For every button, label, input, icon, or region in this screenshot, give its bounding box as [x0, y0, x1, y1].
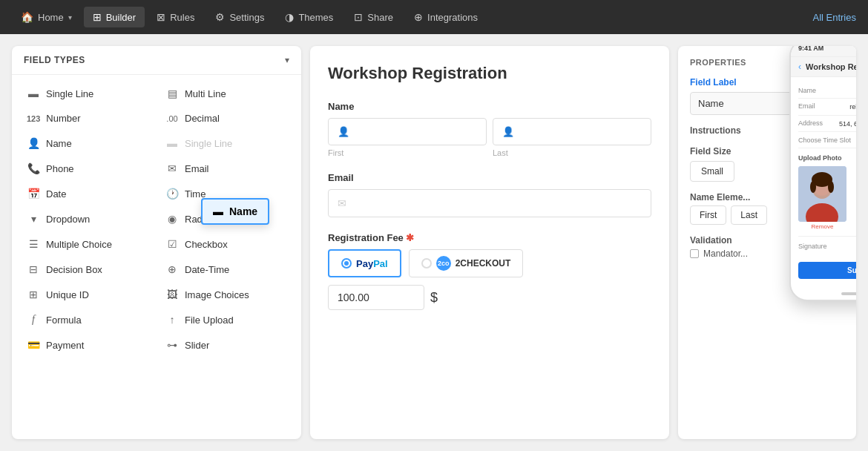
field-item-phone[interactable]: 📞 Phone: [18, 156, 157, 181]
date-time-icon: ⊕: [165, 263, 179, 275]
field-types-panel: FIELD TYPES ▾ ▬ Single Line ▤ Multi Line…: [12, 46, 301, 439]
field-item-unique-id[interactable]: ⊞ Unique ID: [18, 282, 157, 307]
phone-time-slot-row: Choose Time Slot 10 AM - 1 PM ›: [798, 132, 856, 148]
phone-name-label: Name: [798, 87, 831, 94]
phone-address-row: Address 514, 6th Street, Orlando 📍: [798, 116, 856, 132]
field-item-single-line[interactable]: ▬ Single Line: [18, 81, 157, 106]
phone-icon: 📞: [27, 162, 40, 174]
decision-box-icon: ⊟: [27, 263, 40, 275]
field-item-decision-box[interactable]: ⊟ Decision Box: [18, 257, 157, 282]
phone-body: Name Rebecca Pearson Email rebecca@zyker…: [791, 77, 856, 288]
field-item-name-right[interactable]: ▬ Single Line: [157, 131, 295, 156]
checkout-logo-icon: 2co: [436, 256, 451, 271]
email-icon: ✉: [165, 162, 179, 174]
nav-share[interactable]: ⊡ Share: [345, 7, 402, 27]
multi-line-icon: ▤: [165, 88, 179, 99]
currency-symbol: $: [430, 290, 438, 306]
field-item-dropdown[interactable]: ▾ Dropdown: [18, 206, 157, 231]
field-item-slider[interactable]: ⊶ Slider: [157, 332, 295, 358]
field-item-name[interactable]: 👤 Name: [18, 131, 157, 156]
image-choices-icon: 🖼: [165, 289, 179, 300]
name-fields: 👤 First 👤 Last: [328, 118, 651, 157]
phone-signature-label: Signature: [798, 243, 827, 250]
field-types-title: FIELD TYPES: [24, 55, 85, 65]
field-item-formula[interactable]: f Formula: [18, 307, 157, 332]
top-navigation: 🏠 Home ▾ ⊞ Builder ⊠ Rules ⚙ Settings ◑ …: [0, 0, 868, 34]
phone-address-value: 514, 6th Street, Orlando 📍: [839, 119, 856, 128]
paypal-option[interactable]: PayPal: [328, 249, 401, 277]
email-label: Email: [328, 172, 651, 183]
themes-icon: ◑: [285, 11, 294, 23]
slider-icon: ⊶: [165, 339, 179, 351]
checkout-label: 2CHECKOUT: [456, 258, 511, 269]
phone-time: 9:41 AM: [798, 46, 823, 52]
checkbox-icon: ☑: [165, 238, 179, 250]
phone-email-value: rebecca@zyker.com f: [849, 102, 856, 111]
last-element-button[interactable]: Last: [731, 205, 767, 225]
payment-icon: 💳: [27, 339, 40, 351]
photo-placeholder: [798, 166, 846, 222]
integrations-icon: ⊕: [414, 11, 423, 23]
last-name-field[interactable]: 👤: [493, 118, 651, 145]
person-icon-first: 👤: [338, 126, 349, 137]
first-element-button[interactable]: First: [690, 205, 726, 225]
dropdown-icon: ▾: [27, 213, 40, 225]
remove-photo-link[interactable]: Remove: [798, 223, 846, 230]
field-item-image-choices[interactable]: 🖼 Image Choices: [157, 282, 295, 307]
email-input-field[interactable]: ✉: [328, 189, 651, 217]
field-item-radio[interactable]: ◉ Radio: [157, 206, 295, 231]
file-upload-icon: ↑: [165, 314, 179, 326]
email-section: Email ✉: [328, 172, 651, 217]
reg-fee-label: Registration Fee ✱: [328, 232, 651, 243]
svg-point-5: [810, 181, 816, 193]
first-name-field[interactable]: 👤: [328, 118, 487, 145]
field-item-date[interactable]: 📅 Date: [18, 181, 157, 206]
phone-submit-button[interactable]: Submit: [798, 262, 856, 279]
nav-builder[interactable]: ⊞ Builder: [84, 7, 145, 27]
phone-mockup: 9:41 AM ▓ 100% ‹ Workshop Registration N…: [789, 46, 856, 301]
small-size-button[interactable]: Small: [690, 161, 734, 182]
phone-email-row: Email rebecca@zyker.com f: [798, 99, 856, 116]
all-entries-link[interactable]: All Entries: [812, 12, 856, 23]
decimal-icon: .00: [165, 114, 179, 123]
field-item-email[interactable]: ✉ Email: [157, 156, 295, 181]
home-bar: [841, 292, 856, 295]
number-icon: 123: [27, 114, 40, 123]
field-item-multiple-choice[interactable]: ☰ Multiple Choice: [18, 231, 157, 257]
mandatory-checkbox[interactable]: [690, 249, 699, 258]
field-item-date-time[interactable]: ⊕ Date-Time: [157, 257, 295, 282]
nav-settings[interactable]: ⚙ Settings: [206, 7, 273, 27]
form-preview-panel: Workshop Registration Name 👤 First 👤 Las…: [310, 46, 669, 439]
field-item-number[interactable]: 123 Number: [18, 106, 157, 131]
phone-status-bar: 9:41 AM ▓ 100%: [791, 46, 856, 57]
nav-home[interactable]: 🏠 Home ▾: [12, 7, 81, 27]
nav-rules[interactable]: ⊠ Rules: [148, 7, 203, 27]
phone-back-icon[interactable]: ‹: [798, 62, 801, 72]
form-title: Workshop Registration: [328, 64, 651, 83]
unique-id-icon: ⊞: [27, 289, 40, 300]
paypal-logo: PayPal: [356, 258, 388, 269]
name-icon: 👤: [27, 137, 40, 149]
phone-time-slot-label: Choose Time Slot: [798, 136, 851, 144]
email-envelope-icon: ✉: [338, 197, 346, 209]
last-placeholder: Last: [493, 148, 651, 157]
single-line-drag-icon: ▬: [165, 137, 179, 149]
field-item-checkbox[interactable]: ☑ Checkbox: [157, 231, 295, 257]
checkout-option[interactable]: 2co 2CHECKOUT: [409, 249, 524, 277]
field-item-decimal[interactable]: .00 Decimal: [157, 106, 295, 131]
amount-input[interactable]: [328, 285, 424, 310]
checkout-radio: [421, 258, 432, 269]
nav-integrations[interactable]: ⊕ Integrations: [405, 7, 487, 27]
nav-themes[interactable]: ◑ Themes: [276, 7, 342, 27]
phone-name-row: Name Rebecca Pearson: [798, 83, 856, 99]
field-item-payment[interactable]: 💳 Payment: [18, 332, 157, 358]
registration-fee-section: Registration Fee ✱ PayPal 2co 2CHECKOUT: [328, 232, 651, 310]
field-item-multi-line[interactable]: ▤ Multi Line: [157, 81, 295, 106]
field-item-time[interactable]: 🕐 Time: [157, 181, 295, 206]
home-icon: 🏠: [21, 11, 33, 23]
builder-icon: ⊞: [93, 11, 102, 23]
formula-icon: f: [27, 314, 40, 326]
field-types-collapse-icon[interactable]: ▾: [285, 55, 289, 65]
field-item-file-upload[interactable]: ↑ File Upload: [157, 307, 295, 332]
amount-row: $: [328, 285, 651, 310]
